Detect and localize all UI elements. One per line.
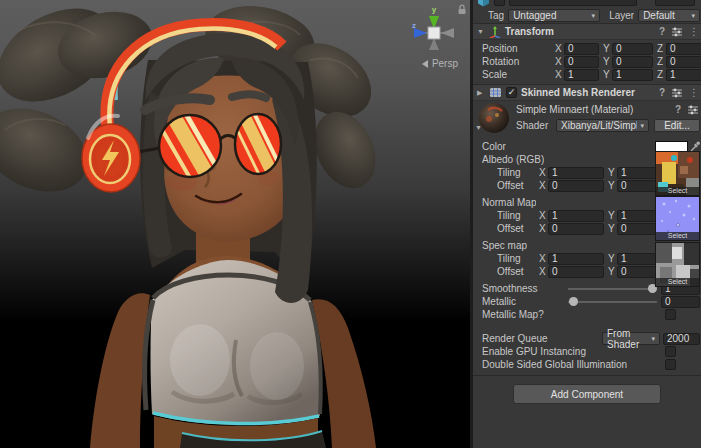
spec-tiling-x-field[interactable]: 1 [548,253,604,265]
layer-dropdown[interactable]: Default ▾ [638,9,700,22]
normal-tiling-x-field[interactable]: 1 [548,210,604,222]
component-enabled-checkbox[interactable]: ✓ [506,87,517,98]
shader-dropdown[interactable]: Xibanya/Lit/SimpleMinnaert ▾ [556,119,649,132]
help-icon[interactable]: ? [675,104,681,115]
spec-texture-thumbnail[interactable]: Select [655,242,700,287]
normal-tiling-y-field[interactable]: 1 [617,210,658,222]
perspective-toggle[interactable]: Persp [422,58,458,69]
gameobject-active-checkbox[interactable] [494,0,505,6]
double-sided-gi-checkbox[interactable] [665,359,676,370]
position-x-field[interactable]: 0 [564,43,599,55]
rotation-y-field[interactable]: 0 [612,56,653,68]
double-sided-gi-row: Double Sided Global Illumination [473,358,701,371]
material-properties: Color Albedo (RGB) Tiling X 1 Y 1 [473,140,701,371]
normal-offset-x-field[interactable]: 0 [548,223,604,235]
chevron-down-icon: ▾ [648,335,655,343]
static-toggle[interactable] [655,0,695,6]
material-header: ▼ Simple Minnaert (Material) ? Shader Xi… [473,101,701,135]
gizmo-x-axis [441,28,454,38]
spec-tiling-y-field[interactable]: 1 [617,253,658,265]
more-menu-icon[interactable]: ⋮ [689,87,699,98]
inspector-panel: Tag Untagged ▾ Layer Default ▾ ▼ Transfo… [473,0,701,448]
gameobject-name-field[interactable] [509,0,637,6]
chevron-down-icon: ▾ [637,122,644,130]
scale-x-field[interactable]: 1 [564,69,599,81]
scale-y-field[interactable]: 1 [612,69,653,81]
chevron-down-icon: ▾ [589,12,596,20]
presets-icon[interactable] [672,27,682,37]
albedo-offset-x-field[interactable]: 0 [548,180,604,192]
position-z-field[interactable]: 0 [666,43,701,55]
smr-title: Skinned Mesh Renderer [521,87,635,98]
chevron-down-icon: ▾ [688,12,695,20]
transform-icon [489,26,501,38]
scene-view[interactable]: y z Persp [0,0,470,448]
metallic-value-field[interactable]: 0 [661,296,700,308]
normal-texture-thumbnail[interactable]: Select [655,196,700,241]
spec-offset-x-field[interactable]: 0 [548,266,604,278]
rotation-x-field[interactable]: 0 [564,56,599,68]
transform-body: Position X 0 Y 0 Z 0 Rotation X 0 Y 0 Z … [473,40,701,84]
select-button[interactable]: Select [656,278,699,286]
rotation-z-field[interactable]: 0 [666,56,701,68]
position-y-field[interactable]: 0 [612,43,653,55]
persp-arrow-icon [422,60,428,68]
select-button[interactable]: Select [656,232,699,240]
skinned-mesh-renderer-header[interactable]: ▶ ✓ Skinned Mesh Renderer ? ⋮ [473,84,701,101]
render-queue-row: Render Queue From Shader ▾ 2000 [473,332,701,345]
tag-layer-row: Tag Untagged ▾ Layer Default ▾ [473,8,701,23]
skinned-mesh-renderer-icon [489,86,502,99]
normal-offset-y-field[interactable]: 0 [617,223,658,235]
help-icon[interactable]: ? [659,87,665,98]
material-name: Simple Minnaert (Material) [516,104,668,115]
persp-label: Persp [432,58,458,69]
add-component-button[interactable]: Add Component [513,384,661,404]
scale-row: Scale X 1 Y 1 Z 1 [473,68,701,81]
normal-map-label: Normal Map [482,197,536,208]
lock-icon [457,4,467,15]
gizmo-y-label: y [432,5,437,14]
scale-z-field[interactable]: 1 [666,69,701,81]
foldout-open-icon[interactable]: ▼ [477,28,485,35]
material-foldout-icon[interactable]: ▼ [475,124,483,131]
tag-label: Tag [488,10,504,21]
transform-header[interactable]: ▼ Transform ? ⋮ [473,23,701,40]
more-menu-icon[interactable]: ⋮ [689,26,699,37]
unity-editor: y z Persp [0,0,701,448]
position-row: Position X 0 Y 0 Z 0 [473,42,701,55]
character-render [0,0,470,448]
albedo-label: Albedo (RGB) [482,154,544,165]
rotation-row: Rotation X 0 Y 0 Z 0 [473,55,701,68]
edit-shader-button[interactable]: Edit... [654,119,700,132]
foldout-closed-icon[interactable]: ▶ [477,89,485,97]
scene-orientation-gizmo[interactable]: y z [410,4,458,56]
gizmo-cube [428,27,440,39]
metallic-row: Metallic 0 [473,295,701,308]
transform-title: Transform [505,26,554,37]
gameobject-header [473,0,701,8]
render-queue-value-field[interactable]: 2000 [663,333,700,345]
shader-label: Shader [516,120,556,131]
albedo-tiling-x-field[interactable]: 1 [548,167,604,179]
right-eyebrow [232,94,266,98]
gpu-instancing-row: Enable GPU Instancing [473,345,701,358]
metallic-map-row: Metallic Map? [473,308,701,321]
albedo-offset-y-field[interactable]: 0 [617,180,658,192]
presets-icon[interactable] [672,88,682,98]
color-label: Color [482,141,506,152]
gameobject-cube-icon [477,0,490,7]
render-queue-dropdown[interactable]: From Shader ▾ [602,332,660,345]
smoothness-slider[interactable] [568,282,657,295]
metallic-map-checkbox[interactable] [665,309,676,320]
layer-label: Layer [609,10,634,21]
albedo-texture-thumbnail[interactable]: Select [655,151,700,196]
gpu-instancing-checkbox[interactable] [665,346,676,357]
tag-dropdown[interactable]: Untagged ▾ [508,9,600,22]
presets-icon[interactable] [688,105,698,115]
help-icon[interactable]: ? [659,26,665,37]
select-button[interactable]: Select [656,187,699,195]
albedo-tiling-y-field[interactable]: 1 [617,167,658,179]
add-component-section: Add Component [473,375,701,404]
metallic-slider[interactable] [568,295,657,308]
spec-offset-y-field[interactable]: 0 [617,266,658,278]
